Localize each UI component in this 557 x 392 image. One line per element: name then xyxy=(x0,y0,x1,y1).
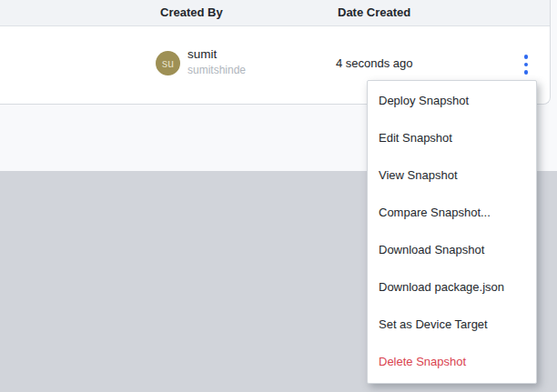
avatar-initials: su xyxy=(162,57,174,70)
user-username: sumitshinde xyxy=(187,65,246,75)
context-menu: Deploy Snapshot Edit Snapshot View Snaps… xyxy=(367,80,537,384)
created-by-cell: sumit sumitshinde xyxy=(187,48,246,75)
user-name: sumit xyxy=(187,48,246,61)
row-actions-button[interactable] xyxy=(516,50,536,79)
date-created-cell: 4 seconds ago xyxy=(336,57,413,70)
table-header-row: Created By Date Created xyxy=(0,0,550,26)
menu-item-view-snapshot[interactable]: View Snapshot xyxy=(368,156,536,194)
menu-item-edit-snapshot[interactable]: Edit Snapshot xyxy=(368,119,536,156)
menu-item-set-as-device-target[interactable]: Set as Device Target xyxy=(368,306,536,343)
menu-item-download-package-json[interactable]: Download package.json xyxy=(368,268,536,306)
column-header-date-created: Date Created xyxy=(338,0,410,25)
avatar: su xyxy=(156,51,180,75)
column-header-created-by: Created By xyxy=(160,0,223,25)
menu-item-delete-snapshot[interactable]: Delete Snapshot xyxy=(368,343,536,380)
menu-item-compare-snapshot[interactable]: Compare Snapshot... xyxy=(368,194,536,231)
kebab-menu-icon xyxy=(524,55,529,75)
menu-item-deploy-snapshot[interactable]: Deploy Snapshot xyxy=(368,82,536,119)
menu-item-download-snapshot[interactable]: Download Snapshot xyxy=(368,231,536,268)
page: Created By Date Created su sumit sumitsh… xyxy=(0,0,557,392)
